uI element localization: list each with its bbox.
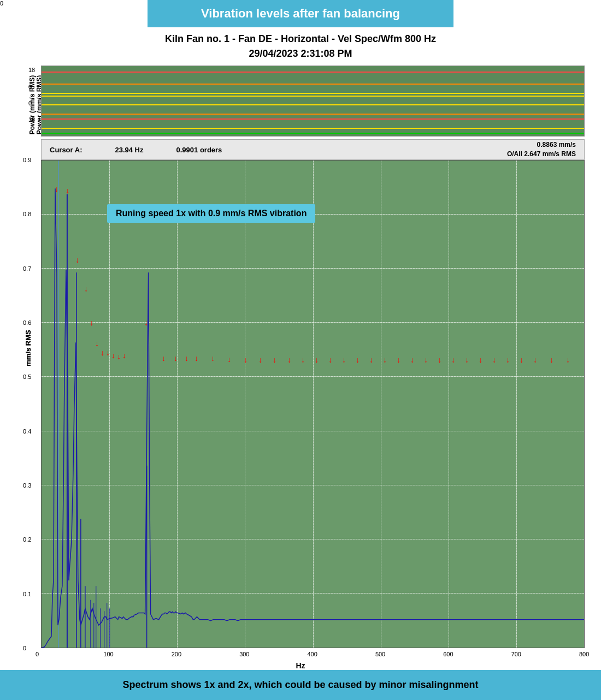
y-tick-0.3: 0.3 bbox=[23, 482, 39, 489]
cursor-label: Cursor A: bbox=[50, 146, 82, 154]
red-arrow-370: ↓ bbox=[244, 356, 248, 364]
red-arrow-9x: ↓ bbox=[111, 352, 115, 359]
red-arrow-675: ↓ bbox=[410, 356, 414, 364]
red-arrow-850: ↓ bbox=[506, 356, 510, 364]
y-tick-0.7: 0.7 bbox=[23, 265, 39, 272]
red-arrow-900: ↓ bbox=[533, 356, 537, 364]
red-arrow-3x: ↓ bbox=[75, 256, 79, 264]
main-chart: Runing speed 1x with 0.9 mm/s RMS vibrat… bbox=[41, 160, 585, 648]
top-y-tick-18-top: 18 bbox=[28, 67, 35, 73]
x-tick-800: 800 bbox=[579, 651, 589, 657]
cursor-amplitude: 0.8863 mm/s bbox=[507, 140, 576, 150]
y-tick-0.9: 0.9 bbox=[23, 157, 39, 163]
red-arrow-11x: ↓ bbox=[122, 352, 126, 359]
top-y-axis-label-final: Power (mm/s RMS) bbox=[28, 75, 36, 135]
cursor-frequency: 23.94 Hz bbox=[115, 146, 143, 154]
red-arrow-423: ↓ bbox=[273, 356, 276, 364]
cursor-overall: O/All 2.647 mm/s RMS bbox=[507, 150, 576, 159]
y-tick-0.1: 0.1 bbox=[23, 591, 39, 597]
red-arrow-875: ↓ bbox=[520, 356, 523, 364]
x-tick-500: 500 bbox=[375, 651, 385, 657]
chart-title: Kiln Fan no. 1 - Fan DE - Horizontal - V… bbox=[0, 32, 601, 61]
annotation-box: Runing speed 1x with 0.9 mm/s RMS vibrat… bbox=[107, 204, 315, 223]
red-arrow-310: ↓ bbox=[211, 354, 215, 362]
red-arrow-4x: ↓ bbox=[84, 285, 88, 293]
y-tick-0.4: 0.4 bbox=[23, 428, 39, 435]
header-banner: Vibration levels after fan balancing bbox=[148, 0, 453, 27]
red-arrow-700: ↓ bbox=[424, 356, 428, 364]
red-arrow-242: ↓ bbox=[174, 354, 178, 362]
chart-title-line2: 29/04/2023 2:31:08 PM bbox=[0, 46, 601, 61]
red-arrow-825: ↓ bbox=[492, 356, 496, 364]
red-arrow-220: ↓ bbox=[162, 354, 166, 362]
red-arrow-575: ↓ bbox=[356, 356, 360, 364]
red-arrow-475: ↓ bbox=[301, 356, 305, 364]
red-arrow-650: ↓ bbox=[397, 356, 400, 364]
red-arrow-280: ↓ bbox=[195, 354, 198, 362]
footer-banner: Spectrum shows 1x and 2x, which could be… bbox=[0, 670, 601, 700]
y-tick-0.2: 0.2 bbox=[23, 536, 39, 543]
red-arrow-1x: ↓ bbox=[55, 185, 58, 193]
red-arrow-725: ↓ bbox=[438, 356, 441, 364]
red-arrow-262: ↓ bbox=[185, 354, 188, 362]
x-tick-700: 700 bbox=[511, 651, 521, 657]
red-arrow-550: ↓ bbox=[342, 356, 346, 364]
red-arrow-450: ↓ bbox=[287, 356, 291, 364]
red-arrow-340: ↓ bbox=[227, 355, 231, 363]
x-tick-0: 0 bbox=[36, 651, 39, 657]
x-tick-400: 400 bbox=[308, 651, 317, 657]
red-arrow-600: ↓ bbox=[369, 356, 373, 364]
cursor-bar: Cursor A: 23.94 Hz 0.9901 orders 0.8863 … bbox=[41, 139, 585, 160]
footer-text: Spectrum shows 1x and 2x, which could be… bbox=[122, 679, 478, 691]
red-arrow-400: ↓ bbox=[258, 356, 262, 364]
y-axis-label-final: mm/s RMS bbox=[24, 330, 32, 366]
top-chart-area bbox=[41, 66, 585, 137]
red-arrow-10x: ↓ bbox=[117, 353, 121, 360]
red-arrow-7x: ↓ bbox=[101, 349, 104, 357]
x-tick-100: 100 bbox=[103, 651, 113, 657]
y-tick-0.5: 0.5 bbox=[23, 373, 39, 380]
red-arrow-500: ↓ bbox=[315, 356, 319, 364]
red-arrow-625: ↓ bbox=[383, 356, 387, 364]
red-arrow-960: ↓ bbox=[566, 356, 570, 364]
cursor-orders: 0.9901 orders bbox=[176, 146, 222, 154]
red-arrow-2x: ↓ bbox=[66, 187, 69, 194]
red-arrow-800: ↓ bbox=[479, 356, 482, 364]
chart-title-line1: Kiln Fan no. 1 - Fan DE - Horizontal - V… bbox=[0, 32, 601, 46]
cursor-right: 0.8863 mm/s O/All 2.647 mm/s RMS bbox=[507, 140, 576, 159]
red-arrow-6x: ↓ bbox=[95, 340, 99, 347]
red-arrow-930: ↓ bbox=[550, 356, 553, 364]
x-tick-300: 300 bbox=[239, 651, 249, 657]
y-tick-0.6: 0.6 bbox=[23, 319, 39, 326]
red-arrow-193hz: ↓ bbox=[144, 319, 148, 327]
red-arrow-750: ↓ bbox=[451, 356, 455, 364]
red-arrow-5x: ↓ bbox=[90, 319, 93, 327]
red-arrow-525: ↓ bbox=[328, 356, 332, 364]
x-axis-label: Hz bbox=[0, 661, 601, 670]
x-tick-600: 600 bbox=[443, 651, 453, 657]
spectrum-chart bbox=[42, 161, 584, 648]
y-tick-0: 0 bbox=[0, 0, 3, 7]
y-tick-0.8: 0.8 bbox=[23, 211, 39, 217]
red-arrow-775: ↓ bbox=[465, 356, 469, 364]
red-arrow-8x: ↓ bbox=[106, 349, 110, 357]
x-tick-200: 200 bbox=[172, 651, 181, 657]
